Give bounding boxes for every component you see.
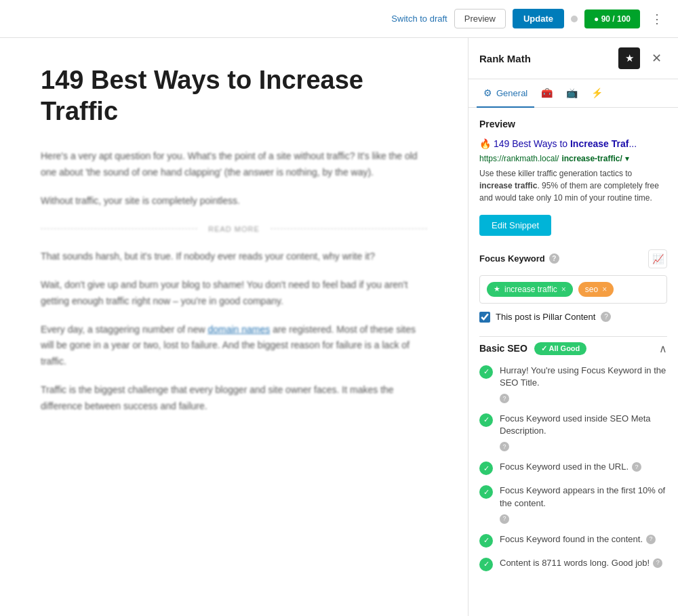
basic-seo-collapse-icon[interactable]: ∧ xyxy=(659,342,667,355)
paragraph-2: Without traffic, your site is completely… xyxy=(41,193,427,209)
seo-item-3: ✓ Focus Keyword used in the URL. ? xyxy=(479,461,667,475)
editor-area: 149 Best Ways to Increase Traffic Here's… xyxy=(0,38,468,616)
seo-item-1: ✓ Hurray! You're using Focus Keyword in … xyxy=(479,365,667,403)
trend-icon[interactable]: 📈 xyxy=(648,249,667,268)
preview-section-title: Preview xyxy=(479,119,667,129)
seo-item-5: ✓ Focus Keyword found in the content. ? xyxy=(479,533,667,548)
tab-general[interactable]: ⚙ General xyxy=(477,79,534,108)
pillar-content-checkbox[interactable] xyxy=(479,312,490,323)
paragraph-1: Here's a very apt question for you. What… xyxy=(41,148,427,181)
close-button[interactable]: ✕ xyxy=(645,47,667,69)
seo-item-text-4: Focus Keyword appears in the first 10% o… xyxy=(500,485,667,523)
basic-seo-left: Basic SEO ✓ All Good xyxy=(479,342,586,355)
focus-keyword-label: Focus Keyword ? xyxy=(479,253,559,264)
seo-item-text-1: Hurray! You're using Focus Keyword in th… xyxy=(500,365,667,403)
preview-description: Use these killer traffic generation tact… xyxy=(479,167,667,204)
star-icon: ★ xyxy=(494,285,500,293)
basic-seo-header: Basic SEO ✓ All Good ∧ xyxy=(479,336,667,355)
preview-title-start: 149 Best Ways to xyxy=(494,138,570,149)
read-more-label: READ MORE xyxy=(208,223,260,236)
star-button[interactable]: ★ xyxy=(618,47,640,69)
focus-keyword-help-icon[interactable]: ? xyxy=(549,253,559,264)
seo-item-1-help-icon[interactable]: ? xyxy=(500,394,509,403)
seo-check-3: ✓ xyxy=(479,461,493,475)
seo-item-4: ✓ Focus Keyword appears in the first 10%… xyxy=(479,485,667,523)
keyword-green-remove-icon[interactable]: × xyxy=(561,285,566,294)
paragraph-6: Traffic is the biggest challenge that ev… xyxy=(41,382,427,415)
keyword-tag-increase-traffic[interactable]: ★ increase traffic × xyxy=(487,282,573,297)
preview-url: https://rankmath.local/increase-traffic/… xyxy=(479,154,667,163)
keyword-orange-text: seo xyxy=(585,285,598,294)
sidebar-content: Preview 🔥 149 Best Ways to Increase Traf… xyxy=(468,108,678,616)
fire-emoji: 🔥 xyxy=(479,138,491,149)
desc-before: Use these killer traffic generation tact… xyxy=(479,169,632,178)
domain-names-link[interactable]: domain names xyxy=(207,324,270,335)
gear-icon: ⚙ xyxy=(483,87,492,98)
preview-title-end: ... xyxy=(629,138,637,149)
keyword-tag-seo[interactable]: seo × xyxy=(578,282,614,297)
lightning-icon: ⚡ xyxy=(591,87,603,98)
read-more-divider: READ MORE xyxy=(41,223,427,236)
all-good-badge: ✓ All Good xyxy=(534,342,586,355)
focus-keyword-text: Focus Keyword xyxy=(479,253,545,264)
edit-snippet-button[interactable]: Edit Snippet xyxy=(479,215,551,236)
preview-button[interactable]: Preview xyxy=(454,9,506,28)
seo-check-2: ✓ xyxy=(479,413,493,427)
sidebar-header-icons: ★ ✕ xyxy=(618,47,667,69)
url-bold: increase-traffic/ xyxy=(561,154,622,163)
seo-item-2-help-icon[interactable]: ? xyxy=(500,442,509,451)
seo-item-text-3: Focus Keyword used in the URL. ? xyxy=(500,461,641,473)
seo-item-text-6: Content is 8711 words long. Good job! ? xyxy=(500,557,662,569)
top-bar: Switch to draft Preview Update ● 90 / 10… xyxy=(0,0,678,38)
seo-check-1: ✓ xyxy=(479,365,493,379)
keyword-green-text: increase traffic xyxy=(504,285,557,294)
url-base: https://rankmath.local/ xyxy=(479,154,559,163)
seo-item-2: ✓ Focus Keyword used inside SEO Meta Des… xyxy=(479,413,667,451)
seo-item-4-help-icon[interactable]: ? xyxy=(500,514,509,524)
pillar-content-help-icon[interactable]: ? xyxy=(601,312,611,322)
tab-general-label: General xyxy=(496,88,527,98)
seo-item-text-5: Focus Keyword found in the content. ? xyxy=(500,533,656,546)
main-area: 149 Best Ways to Increase Traffic Here's… xyxy=(0,38,678,616)
tab-schema[interactable]: 📺 xyxy=(559,79,584,108)
paragraph-5: Every day, a staggering number of new do… xyxy=(41,322,427,370)
url-arrow-icon: ▾ xyxy=(625,154,629,163)
seo-item-6: ✓ Content is 8711 words long. Good job! … xyxy=(479,557,667,571)
preview-box: 🔥 149 Best Ways to Increase Traf... http… xyxy=(479,138,667,204)
rank-math-sidebar: Rank Math ★ ✕ ⚙ General 🧰 📺 ⚡ xyxy=(468,38,678,616)
paragraph-4: Wait, don't give up and burn your blog t… xyxy=(41,277,427,310)
desc-bold: increase traffic xyxy=(479,181,537,190)
seo-check-6: ✓ xyxy=(479,558,493,571)
preview-title-bold: Increase Traf xyxy=(570,138,629,149)
divider-line-right xyxy=(271,228,427,229)
status-dot xyxy=(571,16,578,22)
pillar-content-row: This post is Pillar Content ? xyxy=(479,312,667,323)
keyword-orange-remove-icon[interactable]: × xyxy=(602,285,607,294)
sidebar-title: Rank Math xyxy=(479,53,531,64)
seo-check-5: ✓ xyxy=(479,534,493,548)
pillar-content-label: This post is Pillar Content xyxy=(496,312,595,322)
seo-item-3-help-icon[interactable]: ? xyxy=(632,462,641,472)
sidebar-tabs: ⚙ General 🧰 📺 ⚡ xyxy=(468,79,678,108)
seo-check-4: ✓ xyxy=(479,485,493,499)
tab-advanced[interactable]: ⚡ xyxy=(584,79,610,108)
sidebar-header: Rank Math ★ ✕ xyxy=(468,38,678,79)
focus-keyword-header: Focus Keyword ? 📈 xyxy=(479,249,667,268)
paragraph-3: That sounds harsh, but it's true. If nob… xyxy=(41,249,427,265)
more-options-icon[interactable]: ⋮ xyxy=(647,9,667,29)
tab-social[interactable]: 🧰 xyxy=(534,79,559,108)
toolbox-icon: 🧰 xyxy=(541,87,553,98)
screen-icon: 📺 xyxy=(566,87,578,98)
basic-seo-title: Basic SEO xyxy=(479,343,527,354)
divider-line-left xyxy=(41,228,197,229)
preview-title: 🔥 149 Best Ways to Increase Traf... xyxy=(479,138,667,151)
seo-item-text-2: Focus Keyword used inside SEO Meta Descr… xyxy=(500,413,667,451)
seo-item-6-help-icon[interactable]: ? xyxy=(653,558,662,568)
keyword-input-box[interactable]: ★ increase traffic × seo × xyxy=(479,275,667,304)
score-button[interactable]: ● 90 / 100 xyxy=(584,9,640,28)
switch-to-draft-link[interactable]: Switch to draft xyxy=(391,14,447,24)
seo-item-5-help-icon[interactable]: ? xyxy=(646,535,656,544)
post-title: 149 Best Ways to Increase Traffic xyxy=(41,65,427,127)
post-body: Here's a very apt question for you. What… xyxy=(41,148,427,414)
update-button[interactable]: Update xyxy=(513,9,564,28)
